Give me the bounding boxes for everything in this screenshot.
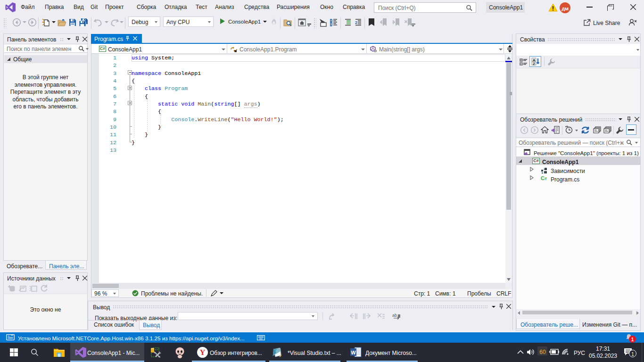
svg-text:2: 2: [355, 20, 357, 25]
svg-text:ab: ab: [392, 313, 397, 318]
svg-text:Z: Z: [533, 62, 535, 66]
svg-text:W: W: [351, 350, 356, 355]
